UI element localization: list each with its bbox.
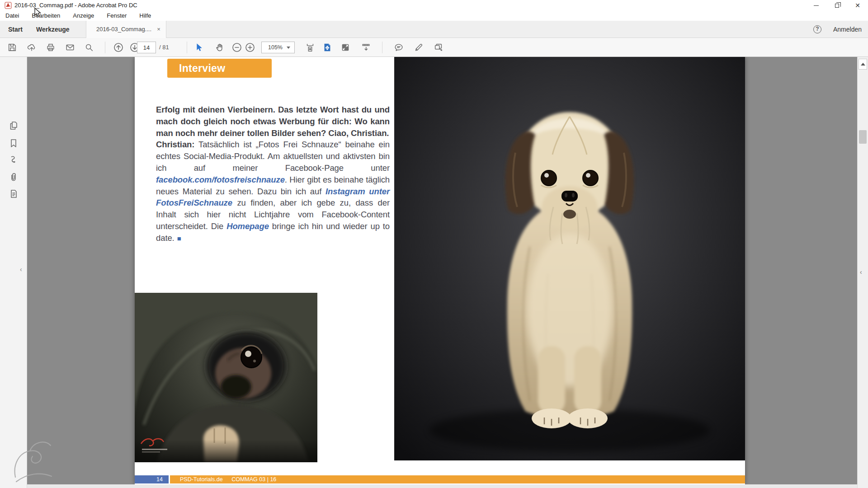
email-icon — [65, 42, 75, 52]
email-button[interactable] — [63, 41, 77, 54]
minimize-icon — [814, 5, 819, 6]
toolbar-separator — [187, 42, 187, 53]
chevron-down-icon — [287, 47, 290, 49]
document-canvas[interactable]: Interview Erfolg mit deinen Vierbeinern.… — [27, 57, 857, 484]
save-icon — [7, 42, 17, 52]
zoom-out-icon — [231, 42, 242, 53]
zoom-out-button[interactable] — [230, 41, 244, 54]
toolbar-separator — [382, 42, 382, 53]
homepage-link[interactable]: Homepage — [226, 221, 269, 231]
horizontal-scrollbar[interactable] — [27, 484, 857, 488]
draw-button[interactable] — [412, 41, 425, 54]
document-lines-icon — [8, 188, 19, 199]
page-thumbnails-button[interactable] — [8, 120, 19, 131]
close-icon: ✕ — [855, 2, 860, 9]
zoom-level-dropdown[interactable]: 105% — [261, 42, 295, 53]
page-footer: 14 PSD-Tutorials.de COMMAG 03 | 16 — [135, 475, 745, 483]
comment-bubble-icon — [394, 42, 404, 52]
sign-in-link[interactable]: Anmelden — [833, 21, 862, 38]
share-button[interactable] — [432, 41, 445, 54]
facebook-link[interactable]: facebook.com/fotosfreischnauze — [156, 175, 285, 184]
page-thumbnails-icon — [8, 120, 19, 131]
menu-fenster[interactable]: Fenster — [100, 11, 133, 21]
zoom-level-value: 105% — [268, 42, 283, 53]
page-total-label: / 81 — [159, 38, 169, 57]
bookmarks-button[interactable] — [8, 138, 19, 149]
menu-hilfe[interactable]: Hilfe — [133, 11, 157, 21]
section-banner: Interview — [167, 59, 272, 78]
interview-answer: Christian: Tatsächlich ist „Fotos Frei S… — [156, 139, 390, 244]
share-icon — [434, 42, 443, 52]
tab-bar: Start Werkzeuge 2016-03_Commag.... × ? A… — [0, 21, 868, 38]
document-tab-close-icon[interactable]: × — [155, 21, 162, 38]
navigation-pane — [0, 57, 27, 488]
speaker-name: Christian: — [156, 140, 194, 149]
hide-toolbar-button[interactable] — [359, 41, 373, 54]
mouse-cursor — [34, 8, 41, 17]
page-up-icon — [113, 42, 124, 53]
menu-bar: Datei Bearbeiten Anzeige Fenster Hilfe — [0, 11, 868, 21]
section-label: Interview — [167, 59, 272, 78]
scroll-up-button[interactable] — [859, 59, 867, 70]
select-tool-button[interactable] — [192, 41, 206, 54]
tab-document[interactable]: 2016-03_Commag.... × — [86, 21, 166, 38]
interview-question: Erfolg mit deinen Vierbeinern. Das letzt… — [156, 104, 390, 139]
fullscreen-button[interactable] — [339, 41, 352, 54]
pencil-icon — [414, 42, 424, 52]
title-bar: 2016-03_Commag.pdf - Adobe Acrobat Pro D… — [0, 0, 868, 11]
tab-werkzeuge[interactable]: Werkzeuge — [29, 21, 77, 38]
fullscreen-icon — [340, 42, 350, 52]
signatures-button[interactable] — [8, 155, 19, 165]
select-arrow-icon — [194, 42, 204, 52]
page-scroll-view-icon — [305, 42, 315, 52]
search-icon — [84, 42, 94, 52]
restore-button[interactable] — [826, 0, 847, 11]
previous-page-button[interactable] — [112, 41, 125, 54]
scroll-up-arrow-icon — [861, 63, 865, 66]
article-text: Erfolg mit deinen Vierbeinern. Das letzt… — [156, 104, 390, 244]
paperclip-icon — [8, 172, 19, 183]
search-button[interactable] — [82, 41, 96, 54]
acrobat-app-icon — [5, 2, 12, 9]
minimize-button[interactable] — [806, 0, 826, 11]
menu-anzeige[interactable]: Anzeige — [66, 11, 100, 21]
page-number-input[interactable] — [137, 42, 156, 53]
help-icon[interactable]: ? — [813, 25, 821, 33]
footer-issue: COMMAG 03 | 16 — [231, 476, 276, 483]
hand-icon — [215, 42, 225, 52]
comment-button[interactable] — [392, 41, 406, 54]
hide-toolbar-icon — [361, 42, 371, 52]
bookmarks-icon — [8, 138, 19, 149]
toolbar-separator — [105, 42, 105, 53]
menu-bearbeiten[interactable]: Bearbeiten — [25, 11, 66, 21]
window-title: 2016-03_Commag.pdf - Adobe Acrobat Pro D… — [14, 0, 137, 11]
menu-datei[interactable]: Datei — [0, 11, 25, 21]
scrollbar-thumb[interactable] — [859, 130, 867, 144]
signatures-icon — [8, 155, 19, 165]
zoom-in-button[interactable] — [243, 41, 257, 54]
footer-brand: PSD-Tutorials.de — [180, 476, 223, 483]
collapse-pane-chevron-icon[interactable]: ‹ — [20, 266, 22, 273]
shihtzu-photo — [394, 57, 745, 460]
pug-photo — [135, 293, 317, 462]
close-button[interactable]: ✕ — [847, 0, 868, 11]
print-button[interactable] — [44, 41, 57, 54]
footer-page-number: 14 — [135, 475, 169, 483]
zoom-in-icon — [245, 42, 255, 53]
fit-one-page-button[interactable] — [321, 41, 334, 54]
tools-pane-chevron-icon[interactable]: ‹ — [860, 268, 862, 276]
restore-icon — [835, 4, 839, 8]
hand-tool-button[interactable] — [213, 41, 226, 54]
tab-start[interactable]: Start — [0, 21, 31, 38]
cloud-upload-button[interactable] — [25, 41, 38, 54]
pdf-page: Interview Erfolg mit deinen Vierbeinern.… — [135, 57, 745, 484]
attachments-button[interactable] — [8, 172, 19, 183]
save-button[interactable] — [5, 41, 19, 54]
layers-button[interactable] — [8, 188, 19, 199]
document-tab-label: 2016-03_Commag.... — [94, 21, 153, 38]
vertical-scrollbar[interactable]: ‹ — [857, 57, 868, 488]
fit-page-icon — [322, 42, 332, 52]
cloud-upload-icon — [27, 42, 37, 52]
scroll-view-button[interactable] — [303, 41, 317, 54]
footer-bar: PSD-Tutorials.de COMMAG 03 | 16 — [170, 475, 745, 483]
